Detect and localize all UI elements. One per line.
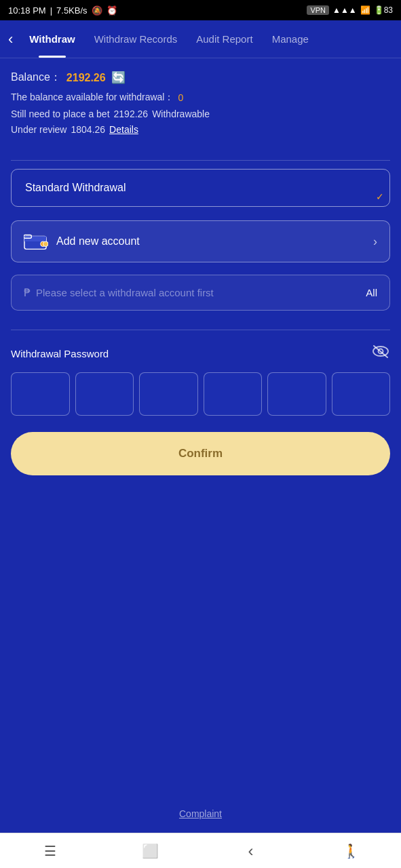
refresh-icon[interactable]: 🔄 <box>111 71 126 85</box>
password-box-6[interactable] <box>332 372 391 416</box>
bottom-nav-home[interactable]: ⬜ <box>100 833 201 868</box>
alarm-icon: ⏰ <box>107 5 117 16</box>
amount-placeholder-text: Please select a withdrawal account first <box>36 287 214 298</box>
password-box-2[interactable] <box>75 372 134 416</box>
tab-manage[interactable]: Manage <box>263 20 318 58</box>
all-button[interactable]: All <box>366 287 377 298</box>
chevron-right-icon: › <box>373 235 377 249</box>
bet-value: 2192.26 <box>114 108 149 119</box>
add-account-button[interactable]: Add new account › <box>11 220 390 262</box>
main-content: Balance： 2192.26 🔄 The balance available… <box>0 58 401 833</box>
complaint-link-section: Complaint <box>11 486 390 833</box>
status-bar: 10:18 PM | 7.5KB/s 🔕 ⏰ VPN ▲▲▲ 📶 🔋83 <box>0 0 401 20</box>
nav-tabs: ‹ Withdraw Withdraw Records Audit Report… <box>0 20 401 58</box>
available-label: The balance available for withdrawal： <box>11 92 174 104</box>
password-box-5[interactable] <box>267 372 326 416</box>
bet-suffix: Withdrawable <box>152 108 210 119</box>
under-review-value: 1804.26 <box>71 124 105 135</box>
password-box-1[interactable] <box>11 372 70 416</box>
balance-value: 2192.26 <box>66 72 106 84</box>
section-divider-1 <box>11 160 390 161</box>
password-section: Withdrawal Password <box>11 344 390 416</box>
under-review-label: Under review <box>11 124 66 135</box>
svg-point-4 <box>43 241 48 247</box>
accessibility-icon: 🚶 <box>343 843 360 859</box>
available-balance-row: The balance available for withdrawal： 0 <box>11 92 390 104</box>
tab-withdraw[interactable]: Withdraw <box>20 20 84 58</box>
complaint-link[interactable]: Complaint <box>179 808 222 819</box>
status-right: VPN ▲▲▲ 📶 🔋83 <box>307 5 393 15</box>
back-button[interactable]: ‹ <box>5 31 20 48</box>
mute-icon: 🔕 <box>92 5 102 16</box>
balance-label: Balance： <box>11 71 61 85</box>
bottom-nav: ☰ ⬜ ‹ 🚶 <box>0 833 401 868</box>
add-account-label: Add new account <box>56 235 140 248</box>
amount-placeholder: ₱ Please select a withdrawal account fir… <box>24 286 214 299</box>
home-icon: ⬜ <box>142 843 159 859</box>
password-box-3[interactable] <box>139 372 198 416</box>
password-boxes <box>11 372 390 416</box>
bottom-nav-menu[interactable]: ☰ <box>0 833 100 868</box>
status-left: 10:18 PM | 7.5KB/s 🔕 ⏰ <box>8 5 117 16</box>
menu-icon: ☰ <box>44 843 56 859</box>
back-nav-icon: ‹ <box>248 842 253 861</box>
details-link[interactable]: Details <box>109 124 138 135</box>
eye-slash-icon[interactable] <box>371 344 390 363</box>
withdrawal-type-label: Standard Withdrawal <box>25 182 126 194</box>
confirm-button[interactable]: Confirm <box>11 432 390 475</box>
password-label: Withdrawal Password <box>11 348 109 359</box>
balance-row: Balance： 2192.26 🔄 <box>11 71 390 85</box>
battery-icon: 🔋83 <box>374 5 393 15</box>
wallet-icon <box>24 232 48 251</box>
bet-label: Still need to place a bet <box>11 108 110 119</box>
password-box-4[interactable] <box>204 372 263 416</box>
password-header: Withdrawal Password <box>11 344 390 363</box>
under-review-row: Under review 1804.26 Details <box>11 124 390 135</box>
bet-row: Still need to place a bet 2192.26 Withdr… <box>11 108 390 119</box>
balance-section: Balance： 2192.26 🔄 The balance available… <box>11 71 390 140</box>
network-speed-value: 7.5KB/s <box>56 5 88 16</box>
vpn-badge: VPN <box>307 5 329 15</box>
bottom-nav-back[interactable]: ‹ <box>201 833 301 868</box>
tab-audit-report[interactable]: Audit Report <box>187 20 262 58</box>
standard-withdrawal-button[interactable]: Standard Withdrawal ✓ <box>11 169 390 207</box>
section-divider-2 <box>11 330 390 330</box>
add-account-left: Add new account <box>24 232 140 251</box>
available-value: 0 <box>178 92 183 103</box>
bottom-nav-accessibility[interactable]: 🚶 <box>301 833 401 868</box>
tab-withdraw-records[interactable]: Withdraw Records <box>85 20 187 58</box>
amount-input-area[interactable]: ₱ Please select a withdrawal account fir… <box>11 275 390 311</box>
peso-symbol: ₱ <box>24 286 31 299</box>
check-icon: ✓ <box>376 191 384 202</box>
time: 10:18 PM <box>8 5 46 16</box>
wifi-icon: 📶 <box>360 5 370 15</box>
network-speed: | <box>50 5 52 16</box>
signal-icon: ▲▲▲ <box>332 5 357 15</box>
